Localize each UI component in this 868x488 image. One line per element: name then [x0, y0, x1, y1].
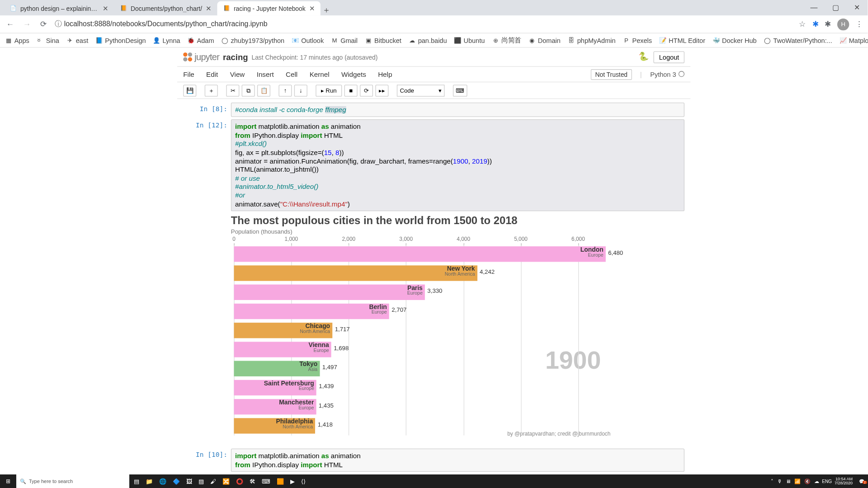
taskbar-app-icon[interactable]: ▨ — [198, 478, 204, 485]
taskbar-app-icon[interactable]: 🟧 — [277, 478, 284, 485]
code-input[interactable]: import matplotlib.animation as animation… — [231, 119, 684, 211]
cell-type-select[interactable]: Code ▾ — [397, 84, 445, 96]
tray-language[interactable]: ENG — [822, 479, 832, 484]
bookmark-item[interactable]: MGmail — [331, 37, 358, 44]
menu-item[interactable]: Cell — [286, 70, 297, 78]
menu-item[interactable]: Insert — [257, 70, 274, 78]
notification-center[interactable]: 💬 2 — [855, 479, 868, 484]
taskbar-app-icon[interactable]: 🌐 — [159, 478, 166, 485]
move-up-button[interactable]: ↑ — [278, 84, 292, 96]
menu-item[interactable]: Help — [378, 70, 392, 78]
command-palette-button[interactable]: ⌨ — [453, 84, 467, 96]
tab-close-icon[interactable]: ✕ — [103, 5, 108, 12]
new-tab-button[interactable]: ＋ — [321, 5, 332, 16]
bookmark-item[interactable]: ◯zhuby1973/python — [221, 37, 284, 44]
tab-close-icon[interactable]: ✕ — [309, 5, 315, 12]
taskbar-app-icon[interactable]: 🖼 — [186, 478, 192, 485]
notebook-area[interactable]: In [8]: #conda install -c conda-forge ff… — [183, 99, 684, 472]
interrupt-button[interactable]: ■ — [344, 84, 358, 96]
bookmark-item[interactable]: ⊕尚简首 — [492, 36, 521, 45]
bookmark-item[interactable]: 🐳Docker Hub — [712, 37, 757, 44]
taskbar-app-icon[interactable]: ▶ — [290, 478, 295, 485]
bookmark-item[interactable]: PPexels — [623, 37, 652, 44]
bookmark-item[interactable]: ఠSina — [37, 37, 59, 44]
menu-item[interactable]: Kernel — [310, 70, 330, 78]
tray-icon[interactable]: 🔇 — [804, 479, 811, 484]
trust-button[interactable]: Not Trusted — [591, 69, 632, 80]
taskbar-app-icon[interactable]: ⟨⟩ — [301, 478, 306, 485]
code-cell[interactable]: In [10]: import matplotlib.animation as … — [183, 449, 684, 472]
nav-back[interactable]: ← — [5, 20, 16, 29]
chart-subtitle: Population (thousands) — [231, 229, 684, 235]
taskbar-app-icon[interactable]: ▤ — [134, 478, 139, 485]
bookmark-item[interactable]: ▣Bitbucket — [365, 37, 401, 44]
jupyter-logo[interactable]: jupyter — [183, 52, 219, 62]
tab-close-icon[interactable]: ✕ — [206, 5, 211, 12]
tray-icon[interactable]: ˄ — [771, 479, 774, 484]
browser-tab[interactable]: 📄python design – explaining the w✕ — [4, 1, 114, 16]
address-input[interactable]: ⓘ localhost:8888/notebooks/Documents/pyt… — [55, 19, 793, 29]
tray-icon[interactable]: 🖥 — [786, 479, 791, 484]
window-minimize[interactable]: — — [803, 0, 825, 15]
bookmark-item[interactable]: ◉Domain — [528, 37, 561, 44]
profile-avatar[interactable]: H — [837, 18, 849, 30]
notebook-title[interactable]: racing — [223, 52, 248, 62]
bookmark-item[interactable]: 🗄phpMyAdmin — [568, 37, 616, 44]
bookmark-item[interactable]: 📝HTML Editor — [659, 37, 705, 44]
code-input[interactable]: import matplotlib.animation as animation… — [231, 449, 684, 472]
bookmark-item[interactable]: 📧Outlook — [292, 37, 324, 44]
bookmark-item[interactable]: 👤Lynna — [153, 37, 180, 44]
insert-cell-button[interactable]: ＋ — [205, 84, 218, 96]
save-button[interactable]: 💾 — [183, 84, 196, 96]
taskbar-app-icon[interactable]: 📁 — [146, 478, 153, 485]
tray-icon[interactable]: 🎙 — [777, 479, 782, 484]
bookmark-item[interactable]: ⬛Ubuntu — [454, 37, 485, 44]
menu-item[interactable]: Edit — [206, 70, 218, 78]
bookmark-star-icon[interactable]: ☆ — [799, 20, 806, 29]
browser-tab[interactable]: 📙Documents/python_chart/✕ — [114, 1, 217, 16]
window-maximize[interactable]: ▢ — [825, 0, 846, 15]
taskbar-app-icon[interactable]: 🖌 — [210, 478, 216, 485]
bookmark-item[interactable]: ▦Apps — [5, 37, 29, 44]
bookmark-item[interactable]: ☁pan.baidu — [409, 37, 447, 44]
menu-item[interactable]: View — [230, 70, 245, 78]
taskbar-app-icon[interactable]: ⭕ — [236, 478, 243, 485]
tray-icon[interactable]: ☁ — [814, 479, 819, 484]
bookmark-item[interactable]: ◯TwoWater/Python:... — [764, 37, 832, 44]
move-down-button[interactable]: ↓ — [294, 84, 307, 96]
tray-icon[interactable]: 📶 — [794, 479, 801, 484]
site-info-icon[interactable]: ⓘ — [55, 20, 62, 28]
restart-button[interactable]: ⟳ — [360, 84, 373, 96]
window-close[interactable]: ✕ — [846, 0, 868, 15]
extensions-menu-icon[interactable]: ✱ — [825, 20, 831, 29]
extension-icon[interactable]: ✱ — [812, 20, 819, 29]
browser-tab[interactable]: 📙racing - Jupyter Notebook✕ — [217, 1, 321, 16]
code-input[interactable]: #conda install -c conda-forge ffmpeg — [231, 103, 684, 117]
taskbar-search[interactable]: 🔍 Type here to search — [16, 474, 129, 488]
taskbar-app-icon[interactable]: 🔷 — [173, 478, 180, 485]
taskbar-app-icon[interactable]: 🛠 — [250, 478, 255, 485]
chrome-menu-icon[interactable]: ⋮ — [855, 20, 863, 29]
nav-forward[interactable]: → — [22, 20, 33, 29]
bookmark-item[interactable]: 📘PythonDesign — [95, 37, 146, 44]
copy-button[interactable]: ⧉ — [242, 84, 255, 96]
paste-button[interactable]: 📋 — [257, 84, 270, 96]
bookmark-item[interactable]: 🐞Adam — [187, 37, 214, 44]
code-cell[interactable]: In [12]: import matplotlib.animation as … — [183, 119, 684, 445]
taskbar-app-icon[interactable]: 🔀 — [222, 478, 230, 485]
taskbar-app-icon[interactable]: ⌨ — [262, 478, 270, 485]
restart-run-all-button[interactable]: ▸▸ — [375, 84, 388, 96]
kernel-name[interactable]: Python 3 — [650, 70, 684, 78]
logout-button[interactable]: Logout — [654, 51, 684, 63]
taskbar-clock[interactable]: 10:54 AM 7/28/2020 — [832, 477, 855, 485]
bookmark-item[interactable]: ✈east — [66, 37, 89, 44]
start-button[interactable]: ⊞ — [0, 478, 16, 484]
cut-button[interactable]: ✂ — [226, 84, 239, 96]
bookmark-item[interactable]: 📈Matplotlib Examples — [840, 37, 868, 44]
jupyter-brand: jupyter — [193, 52, 219, 62]
code-cell[interactable]: In [8]: #conda install -c conda-forge ff… — [183, 103, 684, 117]
nav-reload[interactable]: ⟳ — [38, 20, 49, 29]
run-button[interactable]: ▸ Run — [316, 84, 342, 96]
menu-item[interactable]: Widgets — [341, 70, 366, 78]
menu-item[interactable]: File — [183, 70, 194, 78]
